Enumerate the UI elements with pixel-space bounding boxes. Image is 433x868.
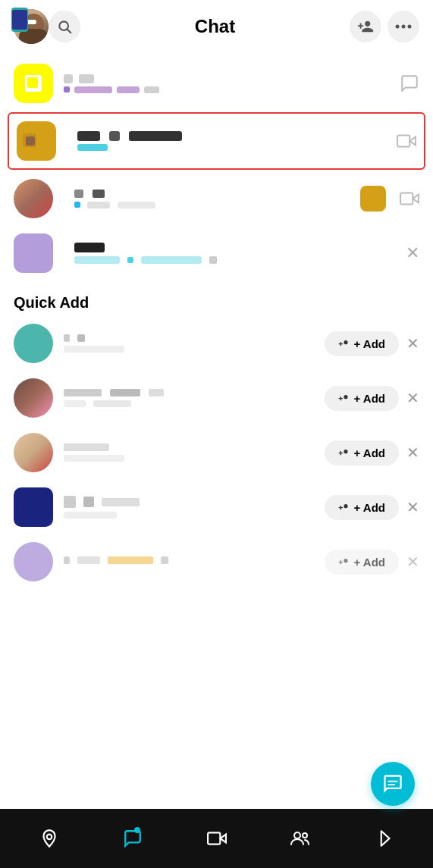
qa-avatar — [14, 487, 53, 527]
add-friend-button[interactable]: + Add — [325, 386, 399, 411]
svg-point-9 — [294, 832, 300, 838]
qa-info — [64, 443, 325, 462]
nav-chat[interactable] — [91, 829, 174, 848]
chat-notification-dot — [134, 827, 140, 833]
chat-avatar — [14, 64, 53, 103]
dismiss-button[interactable]: ✕ — [406, 389, 419, 407]
svg-marker-11 — [381, 831, 390, 846]
add-friend-button[interactable]: + Add — [325, 331, 399, 356]
nav-map[interactable] — [8, 829, 91, 848]
svg-point-10 — [303, 833, 307, 838]
dismiss-button[interactable]: ✕ — [406, 553, 419, 571]
qa-avatar — [14, 324, 53, 363]
quick-add-item: + Add ✕ — [0, 316, 433, 371]
svg-rect-8 — [208, 832, 220, 844]
nav-camera[interactable] — [174, 829, 258, 848]
qa-info — [64, 496, 325, 519]
svg-point-3 — [402, 25, 406, 29]
quick-add-item: + Add ✕ — [0, 534, 433, 589]
svg-rect-5 — [397, 135, 409, 146]
chat-item[interactable] — [0, 171, 433, 226]
svg-point-2 — [396, 25, 400, 29]
chat-info — [64, 74, 392, 93]
snap-thumbnail — [360, 186, 386, 212]
new-chat-fab[interactable] — [371, 762, 415, 806]
qa-avatar — [14, 378, 53, 418]
header: Chat — [0, 0, 433, 53]
add-friend-button[interactable]: + Add — [325, 440, 399, 465]
chat-avatar — [14, 179, 53, 218]
nav-stories[interactable] — [342, 829, 425, 848]
qa-info — [64, 556, 325, 568]
chat-list: ✕ — [0, 53, 433, 284]
qa-info — [64, 389, 325, 407]
chat-info — [74, 190, 360, 208]
chat-item[interactable] — [0, 56, 433, 111]
chat-icon — [400, 74, 419, 93]
add-friend-button[interactable]: + Add — [325, 495, 399, 520]
search-button[interactable] — [49, 11, 80, 42]
chat-avatar — [14, 233, 53, 273]
quick-add-title: Quick Add — [0, 284, 433, 316]
page-title: Chat — [80, 16, 350, 37]
qa-info — [64, 334, 325, 353]
nav-friends[interactable] — [259, 829, 342, 848]
svg-line-1 — [67, 30, 71, 33]
chat-item-selected[interactable] — [8, 112, 425, 170]
quick-add-item: + Add ✕ — [0, 371, 433, 425]
add-friend-button[interactable]: + Add — [325, 550, 399, 575]
chat-info — [77, 131, 389, 151]
svg-point-7 — [47, 835, 52, 840]
quick-add-item: + Add ✕ — [0, 425, 433, 480]
dismiss-button[interactable]: ✕ — [406, 334, 419, 353]
svg-point-4 — [408, 25, 412, 29]
bottom-navigation — [0, 809, 433, 868]
add-friend-button[interactable] — [350, 11, 381, 42]
camera-icon — [397, 131, 416, 151]
qa-avatar — [14, 542, 53, 581]
chat-info — [74, 243, 398, 264]
camera-icon — [400, 189, 419, 208]
dismiss-button[interactable]: ✕ — [406, 498, 419, 516]
close-icon[interactable]: ✕ — [406, 243, 419, 263]
dismiss-button[interactable]: ✕ — [406, 443, 419, 462]
chat-item[interactable]: ✕ — [0, 226, 433, 280]
qa-avatar — [14, 433, 53, 472]
svg-rect-6 — [400, 193, 413, 204]
chat-avatar — [17, 121, 56, 161]
quick-add-item: + Add ✕ — [0, 480, 433, 534]
more-options-button[interactable] — [388, 11, 419, 42]
